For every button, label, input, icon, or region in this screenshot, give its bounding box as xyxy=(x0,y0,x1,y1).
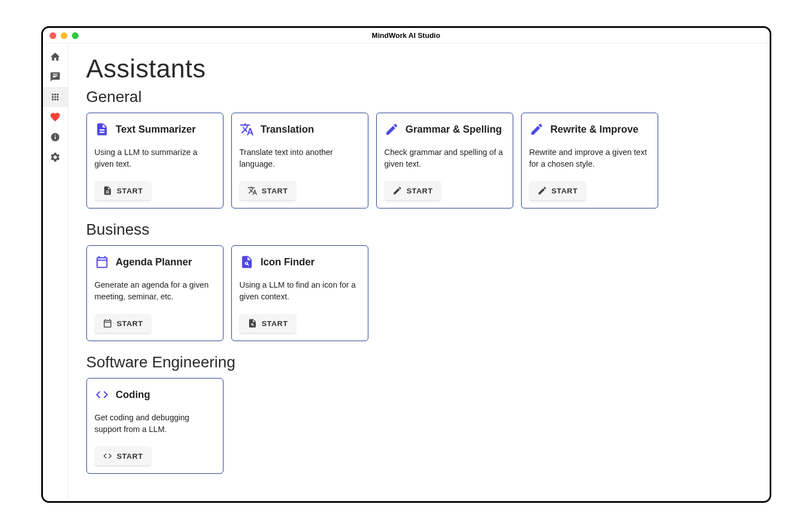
card-description: Check grammar and spelling of a given te… xyxy=(385,147,505,170)
translate-icon xyxy=(247,186,257,196)
minimize-window-button[interactable] xyxy=(61,32,67,39)
find-icon xyxy=(240,255,254,269)
edit-icon xyxy=(537,186,547,196)
card-description: Using a LLM to find an icon for a given … xyxy=(240,279,360,303)
gear-icon xyxy=(50,152,61,163)
edit-icon xyxy=(392,186,402,196)
card-title: Agenda Planner xyxy=(116,256,192,268)
traffic-lights xyxy=(43,32,79,39)
code-icon xyxy=(95,387,109,402)
start-button-label: START xyxy=(262,187,288,195)
start-button-grammar-spelling[interactable]: START xyxy=(385,181,441,200)
heart-icon xyxy=(50,111,61,123)
card-description: Get coding and debugging support from a … xyxy=(95,412,215,435)
card-description: Rewrite and improve a given text for a c… xyxy=(529,147,650,170)
start-button-agenda-planner[interactable]: START xyxy=(95,314,151,333)
document-icon xyxy=(95,122,109,137)
card-grid-general: Text Summarizer Using a LLM to summarize… xyxy=(86,113,752,208)
start-button-translation[interactable]: START xyxy=(240,181,296,200)
card-description: Using a LLM to summarize a given text. xyxy=(95,147,215,170)
sidebar-item-chat[interactable] xyxy=(43,67,69,87)
card-title: Rewrite & Improve xyxy=(551,124,639,135)
sidebar-item-settings[interactable] xyxy=(43,147,69,167)
card-text-summarizer: Text Summarizer Using a LLM to summarize… xyxy=(86,113,223,208)
apps-icon xyxy=(50,92,60,102)
card-icon-finder: Icon Finder Using a LLM to find an icon … xyxy=(231,245,368,341)
card-rewrite-improve: Rewrite & Improve Rewrite and improve a … xyxy=(521,113,658,208)
sidebar-item-home[interactable] xyxy=(43,47,69,67)
card-agenda-planner: Agenda Planner Generate an agenda for a … xyxy=(86,245,223,341)
card-grammar-spelling: Grammar & Spelling Check grammar and spe… xyxy=(376,113,513,208)
maximize-window-button[interactable] xyxy=(72,32,79,39)
sidebar xyxy=(43,43,69,501)
card-translation: Translation Translate text into another … xyxy=(231,113,368,208)
chat-icon xyxy=(50,71,61,82)
app-window: MindWork AI Studio Ass xyxy=(41,26,771,503)
card-title: Grammar & Spelling xyxy=(406,124,502,135)
edit-icon xyxy=(529,122,544,137)
page-title: Assistants xyxy=(86,54,752,84)
card-title: Translation xyxy=(261,124,314,135)
section-title-software-engineering: Software Engineering xyxy=(86,353,752,371)
sidebar-item-favorite[interactable] xyxy=(43,107,69,127)
start-button-text-summarizer[interactable]: START xyxy=(95,181,151,200)
main-content: Assistants General Text Summarizer Using… xyxy=(69,43,770,501)
code-icon xyxy=(103,451,113,461)
calendar-icon xyxy=(103,318,113,328)
card-description: Translate text into another language. xyxy=(240,147,360,170)
start-button-icon-finder[interactable]: START xyxy=(240,314,296,333)
start-button-coding[interactable]: START xyxy=(95,447,151,465)
start-button-label: START xyxy=(407,187,433,195)
start-button-rewrite-improve[interactable]: START xyxy=(529,181,586,200)
info-icon xyxy=(50,132,60,142)
card-title: Icon Finder xyxy=(261,256,315,268)
start-button-label: START xyxy=(117,452,143,460)
card-grid-software-engineering: Coding Get coding and debugging support … xyxy=(86,378,752,474)
start-button-label: START xyxy=(262,319,288,328)
card-title: Text Summarizer xyxy=(116,124,196,135)
window-title: MindWork AI Studio xyxy=(43,31,770,40)
card-description: Generate an agenda for a given meeting, … xyxy=(95,279,215,303)
card-title: Coding xyxy=(116,389,150,401)
start-button-label: START xyxy=(117,187,143,195)
close-window-button[interactable] xyxy=(50,32,56,39)
sidebar-item-apps[interactable] xyxy=(43,87,69,107)
translate-icon xyxy=(240,122,254,137)
card-grid-business: Agenda Planner Generate an agenda for a … xyxy=(86,245,752,341)
home-icon xyxy=(50,51,61,62)
find-icon xyxy=(247,318,257,328)
calendar-icon xyxy=(95,255,109,269)
title-bar: MindWork AI Studio xyxy=(43,28,770,43)
section-title-general: General xyxy=(86,88,752,106)
start-button-label: START xyxy=(552,187,578,195)
document-icon xyxy=(103,186,113,196)
edit-icon xyxy=(385,122,399,137)
start-button-label: START xyxy=(117,319,143,328)
section-title-business: Business xyxy=(86,221,752,239)
sidebar-item-info[interactable] xyxy=(43,127,69,147)
card-coding: Coding Get coding and debugging support … xyxy=(86,378,223,474)
